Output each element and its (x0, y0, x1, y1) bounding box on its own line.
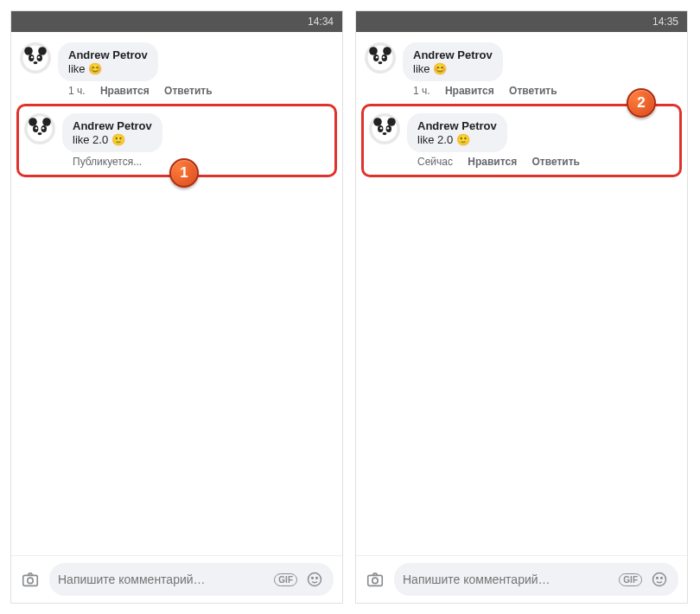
comment-input[interactable] (403, 572, 612, 586)
svg-point-17 (28, 578, 33, 583)
svg-point-13 (35, 127, 37, 129)
comment-meta: Сейчас Нравится Ответить (417, 156, 674, 168)
svg-point-20 (316, 578, 318, 579)
comment-text: like 2.0 🙂 (73, 133, 152, 146)
meta-time: Сейчас (417, 156, 453, 168)
comment-author: Andrew Petrov (413, 48, 493, 61)
comments-area: Andrew Petrov like 😊 1 ч. Нравится Ответ… (11, 32, 342, 555)
comment-row: Andrew Petrov like 2.0 🙂 Сейчас Нравится… (366, 110, 678, 171)
reply-button[interactable]: Ответить (164, 85, 212, 97)
svg-point-19 (312, 578, 314, 579)
comment-bubble[interactable]: Andrew Petrov like 😊 (403, 42, 503, 81)
status-bar: 14:35 (356, 11, 687, 32)
highlighted-comment-wrap: Andrew Petrov like 2.0 🙂 Сейчас Нравится… (361, 104, 682, 177)
comment-body: Andrew Petrov like 😊 1 ч. Нравится Ответ… (58, 42, 334, 97)
like-button[interactable]: Нравится (445, 85, 494, 97)
smiley-icon[interactable] (649, 569, 670, 590)
status-bar: 14:34 (11, 11, 342, 32)
svg-point-30 (373, 118, 382, 126)
comment-text: like 2.0 🙂 (417, 133, 497, 146)
svg-rect-37 (368, 575, 383, 585)
meta-time: 1 ч. (413, 85, 430, 97)
comment-bubble[interactable]: Andrew Petrov like 2.0 🙂 (407, 113, 507, 152)
panda-icon (366, 44, 394, 72)
meta-time: 1 ч. (68, 85, 86, 97)
svg-point-1 (24, 47, 33, 55)
avatar[interactable] (369, 113, 400, 144)
comment-meta: Публикуется... (73, 156, 329, 168)
composer-input-wrap[interactable]: GIF (49, 563, 334, 596)
camera-icon[interactable] (365, 569, 385, 590)
status-time: 14:35 (652, 16, 678, 28)
comment-input[interactable] (58, 572, 267, 586)
comment-body: Andrew Petrov like 2.0 🙂 Публикуется... (62, 113, 329, 168)
status-time: 14:34 (308, 16, 334, 28)
svg-point-5 (31, 56, 33, 58)
panda-icon (26, 115, 54, 143)
screen-right: 14:35 Andrew Petrov like 😊 1 ч. Нравится… (355, 10, 688, 604)
reply-button[interactable]: Ответить (531, 156, 579, 168)
camera-icon[interactable] (20, 569, 41, 590)
composer: GIF (356, 555, 687, 603)
annotation-badge-1: 1 (169, 158, 199, 188)
comment-row: Andrew Petrov like 😊 1 ч. Нравится Ответ… (16, 39, 337, 100)
gif-icon[interactable]: GIF (619, 573, 642, 586)
svg-point-27 (383, 56, 385, 58)
svg-point-6 (38, 56, 40, 58)
svg-point-18 (309, 573, 321, 586)
svg-point-22 (369, 47, 378, 55)
comment-author: Andrew Petrov (68, 48, 148, 61)
svg-point-41 (661, 578, 663, 579)
composer: GIF (11, 555, 342, 603)
screen-left: 14:34 Andrew Petrov like 😊 1 ч. Нравится… (10, 10, 343, 604)
avatar[interactable] (365, 42, 396, 74)
svg-point-31 (387, 118, 396, 126)
comment-author: Andrew Petrov (417, 119, 497, 132)
like-button[interactable]: Нравится (468, 156, 517, 168)
svg-point-10 (42, 118, 51, 126)
svg-point-23 (383, 47, 391, 55)
comment-bubble[interactable]: Andrew Petrov like 2.0 🙂 (62, 113, 162, 152)
comment-meta: 1 ч. Нравится Ответить (68, 85, 334, 97)
gif-icon[interactable]: GIF (274, 573, 297, 586)
svg-point-9 (29, 118, 37, 126)
comments-area: Andrew Petrov like 😊 1 ч. Нравится Ответ… (356, 32, 687, 555)
highlighted-comment-wrap: Andrew Petrov like 2.0 🙂 Публикуется... … (16, 104, 337, 177)
panda-icon (22, 44, 49, 72)
smiley-icon[interactable] (304, 569, 325, 590)
comment-body: Andrew Petrov like 2.0 🙂 Сейчас Нравится… (407, 113, 674, 168)
avatar[interactable] (24, 113, 55, 144)
comment-text: like 😊 (413, 62, 493, 75)
svg-point-26 (376, 56, 378, 58)
svg-point-15 (38, 132, 42, 135)
avatar[interactable] (20, 42, 51, 74)
svg-point-38 (372, 578, 378, 583)
svg-point-2 (38, 47, 47, 55)
meta-publishing: Публикуется... (73, 156, 142, 168)
composer-input-wrap[interactable]: GIF (394, 563, 678, 596)
svg-point-28 (379, 61, 383, 64)
svg-point-7 (34, 61, 38, 64)
svg-point-36 (383, 132, 387, 135)
svg-rect-16 (23, 575, 38, 585)
reply-button[interactable]: Ответить (509, 85, 557, 97)
annotation-badge-2: 2 (627, 88, 656, 118)
comment-author: Andrew Petrov (73, 119, 152, 132)
svg-point-14 (42, 127, 44, 129)
panda-icon (371, 115, 398, 143)
like-button[interactable]: Нравится (100, 85, 150, 97)
comment-bubble[interactable]: Andrew Petrov like 😊 (58, 42, 158, 81)
svg-point-39 (653, 573, 666, 586)
svg-point-35 (387, 127, 389, 129)
comment-text: like 😊 (68, 62, 148, 75)
svg-point-34 (380, 127, 382, 129)
svg-point-40 (657, 578, 659, 579)
